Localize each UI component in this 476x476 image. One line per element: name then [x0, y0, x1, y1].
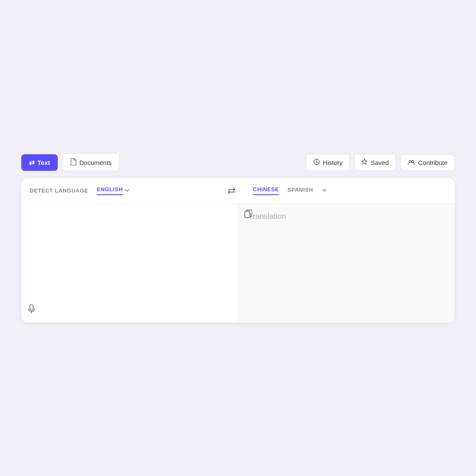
svg-rect-4	[245, 211, 250, 218]
source-text-input[interactable]	[31, 212, 228, 314]
contribute-icon	[408, 159, 415, 166]
lang-bar-right: CHINESE SPANISH	[240, 186, 446, 195]
contribute-button-label: Contribute	[418, 159, 448, 166]
contribute-button[interactable]: Contribute	[400, 154, 455, 171]
text-button[interactable]: ⇄ Text	[21, 154, 58, 171]
spanish-tab[interactable]: SPANISH	[287, 187, 313, 195]
english-tab-container: ENGLISH	[97, 186, 130, 195]
english-tab[interactable]: ENGLISH	[97, 186, 123, 195]
app-container: ⇄ Text Documents	[13, 145, 463, 331]
history-button-label: History	[323, 159, 343, 166]
history-icon	[313, 159, 320, 167]
toolbar: ⇄ Text Documents	[21, 153, 455, 171]
target-chevron-icon[interactable]	[322, 187, 327, 195]
toolbar-left: ⇄ Text Documents	[21, 153, 120, 171]
translate-card: DETECT LANGUAGE ENGLISH	[21, 178, 455, 323]
microphone-button[interactable]	[28, 304, 35, 316]
document-icon	[70, 158, 76, 167]
svg-rect-3	[30, 305, 33, 310]
toolbar-right: History Saved Contribute	[306, 154, 455, 171]
svg-point-1	[409, 160, 411, 162]
translate-icon: ⇄	[29, 159, 34, 167]
documents-button[interactable]: Documents	[62, 153, 120, 171]
saved-button-label: Saved	[371, 159, 389, 166]
swap-languages-button[interactable]	[223, 187, 240, 194]
saved-button[interactable]: Saved	[354, 154, 396, 171]
svg-point-2	[411, 160, 414, 162]
lang-bar-left: DETECT LANGUAGE ENGLISH	[30, 186, 223, 195]
chinese-tab[interactable]: CHINESE	[253, 186, 279, 195]
documents-button-label: Documents	[79, 159, 112, 166]
text-areas: Translation	[21, 204, 455, 323]
star-icon	[361, 159, 368, 166]
copy-button[interactable]	[244, 210, 252, 220]
output-area: Translation	[238, 204, 455, 323]
input-area	[21, 204, 238, 323]
source-chevron-icon[interactable]	[125, 187, 130, 195]
translation-placeholder: Translation	[249, 212, 286, 221]
detect-language-label[interactable]: DETECT LANGUAGE	[30, 187, 88, 194]
history-button[interactable]: History	[306, 154, 350, 171]
text-button-label: Text	[37, 159, 50, 166]
language-bar: DETECT LANGUAGE ENGLISH	[21, 178, 455, 204]
